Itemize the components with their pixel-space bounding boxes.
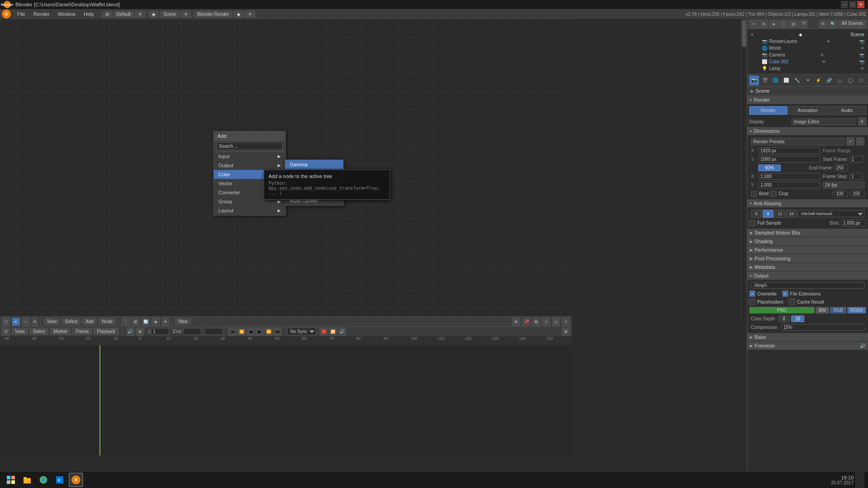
workspace-reset-btn[interactable]: ✕ <box>135 11 145 18</box>
placeholders-checkbox[interactable] <box>749 299 755 305</box>
pin-icon[interactable]: 📌 <box>522 318 530 326</box>
camera-eye[interactable]: 👁 <box>820 53 824 57</box>
audio-tab-btn[interactable]: Audio <box>828 106 866 115</box>
search-icon[interactable]: 🔍 <box>829 20 838 28</box>
sampled-motion-blur-header[interactable]: ▶ Sampled Motion Blur <box>747 229 868 237</box>
time-new-input[interactable] <box>851 190 864 197</box>
texture-props-icon[interactable]: ⬡ <box>856 75 866 85</box>
node-editor-mode-icon[interactable]: ● <box>12 318 20 326</box>
tl-audio-icon[interactable]: 🔊 <box>126 328 134 336</box>
metadata-section-header[interactable]: ▶ Metadata <box>747 263 868 271</box>
material-props-icon[interactable]: ◯ <box>846 75 856 85</box>
frame-step-input[interactable] <box>849 173 863 180</box>
tl-jump-end-btn[interactable]: ⏭ <box>274 328 282 336</box>
menu-render[interactable]: Render <box>30 10 53 18</box>
engine-close-btn[interactable]: ✕ <box>245 11 255 18</box>
cube-render[interactable]: 📷 <box>859 60 864 64</box>
aa-8-btn[interactable]: 8 <box>763 210 774 218</box>
res-x-input[interactable] <box>758 147 820 154</box>
vertical-scroll-thumb[interactable] <box>742 20 746 47</box>
add-menu-input[interactable]: Input ▶ <box>214 152 285 161</box>
tl-audio3-icon[interactable]: 🔴 <box>320 328 328 336</box>
all-scenes-btn[interactable]: All Scenes <box>839 20 866 28</box>
node-bar-extra4[interactable]: ⊹ <box>562 318 570 326</box>
node-icon[interactable]: ⬡ <box>779 20 788 28</box>
res-y-input[interactable] <box>758 156 820 163</box>
add-menu-search-input[interactable] <box>217 142 283 150</box>
tl-loop-icon[interactable]: 🔁 <box>329 328 337 336</box>
logic-icon[interactable]: ◈ <box>769 20 778 28</box>
minimize-button[interactable]: ─ <box>841 1 848 8</box>
add-menu-layout[interactable]: Layout ▶ <box>214 206 285 215</box>
tl-end-input[interactable]: 250 <box>183 328 201 335</box>
scene-close-btn[interactable]: ✕ <box>181 11 191 18</box>
add-menu-output[interactable]: Output ▶ <box>214 161 285 170</box>
tl-sync2-icon[interactable]: 🔊 <box>338 328 346 336</box>
render-presets-add-btn[interactable]: + <box>846 137 854 145</box>
color-submenu-gamma[interactable]: Gamma <box>285 160 343 169</box>
tl-jump-start-btn[interactable]: ⏮ <box>228 328 236 336</box>
render-tab-btn[interactable]: Render <box>749 106 788 115</box>
start-button[interactable] <box>4 473 18 487</box>
props-icon[interactable]: ⚙ <box>759 20 768 28</box>
bord-checkbox[interactable] <box>751 191 757 197</box>
overwrite-checkbox[interactable]: ✓ <box>749 291 755 297</box>
cube-eye[interactable]: 👁 <box>822 60 826 64</box>
depth-16-btn[interactable]: 16 <box>791 315 804 322</box>
output-path-input[interactable] <box>751 282 864 289</box>
tl-playback-btn[interactable]: Playback <box>94 328 118 335</box>
view-menu-btn[interactable]: View <box>44 318 60 325</box>
aspect-y-input[interactable] <box>758 182 820 188</box>
sequence-icon[interactable]: ▤ <box>789 20 798 28</box>
tl-sync-select[interactable]: No Sync <box>287 328 316 335</box>
tl-select-btn[interactable]: Select <box>30 328 49 335</box>
dimensions-section-header[interactable]: ▾ Dimensions <box>747 127 868 135</box>
data-props-icon[interactable]: △ <box>835 75 845 85</box>
sync-icon[interactable]: 🔄 <box>142 318 150 326</box>
clip-icon[interactable]: 🎬 <box>799 20 808 28</box>
select-menu-btn[interactable]: Select <box>62 318 81 325</box>
cache-result-checkbox[interactable] <box>789 299 795 305</box>
compression-input[interactable] <box>781 324 864 331</box>
particles-props-icon[interactable]: ✦ <box>803 75 813 85</box>
node-bar-extra2[interactable]: ◇ <box>542 318 550 326</box>
shading-section-header[interactable]: ▶ Shading <box>747 237 868 245</box>
scene-props-icon[interactable]: 🎬 <box>760 75 770 85</box>
node-bar-extra3[interactable]: ▷ <box>552 318 560 326</box>
node-menu-btn[interactable]: Node <box>99 318 116 325</box>
depth-8-btn[interactable]: 8 <box>778 315 789 322</box>
tl-audio2-icon[interactable]: ⊞ <box>136 328 144 336</box>
scene-icon-btn[interactable]: ◆ <box>149 11 159 18</box>
zoom-icon[interactable]: ⊕ <box>512 318 520 326</box>
tl-marker-btn[interactable]: Marker <box>50 328 71 335</box>
workspace-icon-btn[interactable]: ⊞ <box>102 11 112 18</box>
performance-section-header[interactable]: ▶ Performance <box>747 246 868 254</box>
engine-icon-btn[interactable]: ◆ <box>234 11 244 18</box>
aa-5-btn[interactable]: 5 <box>751 210 762 218</box>
engine-label-btn[interactable]: Blender Render <box>194 11 232 18</box>
frame-rate-btn[interactable]: 24 fps <box>823 182 864 188</box>
explorer-btn[interactable]: e <box>52 473 67 487</box>
snap-icon[interactable]: ⋮ <box>122 318 130 326</box>
file-explorer-btn[interactable] <box>20 473 34 487</box>
tl-view-btn[interactable]: View <box>12 328 28 335</box>
time-old-input[interactable] <box>834 190 848 197</box>
tl-frame-btn[interactable]: Frame <box>72 328 92 335</box>
format-btn[interactable]: PNG <box>749 307 815 314</box>
render-presets-btn[interactable]: Render Presets <box>751 138 844 145</box>
aa-11-btn[interactable]: 11 <box>774 210 785 218</box>
menu-help[interactable]: Help <box>80 10 98 18</box>
show-desktop-btn[interactable] <box>855 472 864 488</box>
tl-zoom-icon[interactable]: ⊞ <box>562 328 570 336</box>
rgb-color-btn[interactable]: RGB <box>830 307 846 314</box>
vertical-scrollbar[interactable] <box>741 19 747 321</box>
world-eye[interactable]: 👁 <box>860 46 864 51</box>
renderlayers-render-eye[interactable]: 📷 <box>859 39 864 44</box>
tl-current-input[interactable]: 1 <box>205 328 223 335</box>
animation-tab-btn[interactable]: Animation <box>788 106 827 115</box>
aa-filter-select[interactable]: Mitchell-Netravali <box>798 210 864 217</box>
workspace-label-btn[interactable]: Default <box>113 11 134 18</box>
node-bar-extra1[interactable]: ⊞ <box>532 318 540 326</box>
size-input[interactable] <box>841 220 866 226</box>
node-editor-view-icon[interactable]: ✕ <box>32 318 38 326</box>
